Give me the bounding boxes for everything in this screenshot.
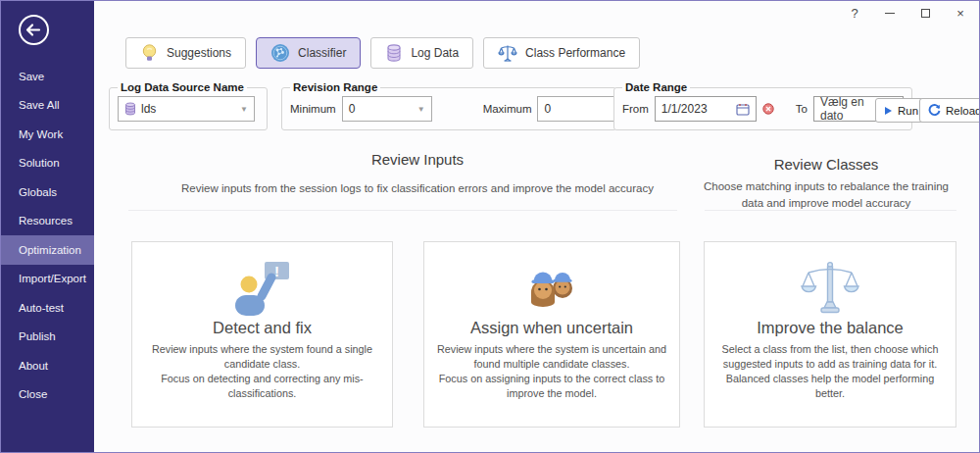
tab-label: Classifier (298, 46, 346, 60)
lightbulb-icon (140, 43, 159, 63)
review-inputs-title: Review Inputs (119, 151, 716, 168)
chevron-down-icon: ▼ (240, 105, 248, 114)
classifier-brain-icon (270, 43, 290, 63)
revision-range-group: Revision Range Minimum 0 ▼ Maximum 0 ▼ (281, 81, 636, 130)
sidebar-item-about[interactable]: About (1, 351, 94, 380)
log-data-source-select[interactable]: lds ▼ (118, 96, 255, 122)
review-classes-subtitle: Choose matching inputs to rebalance the … (695, 178, 957, 211)
from-label: From (622, 103, 649, 115)
minimum-label: Minimum (290, 103, 336, 115)
sidebar-item-close[interactable]: Close (1, 380, 94, 410)
sidebar-item-save[interactable]: Save (1, 62, 94, 91)
improve-the-balance-card[interactable]: Improve the balance Select a class from … (704, 241, 956, 428)
clear-date-icon[interactable] (762, 103, 774, 115)
assign-when-uncertain-card[interactable]: Assign when uncertain Review inputs wher… (423, 241, 680, 428)
sidebar: Save Save All My Work Solution Globals R… (1, 1, 94, 452)
minimum-input[interactable]: 0 ▼ (342, 96, 432, 122)
construction-workers-icon (424, 260, 679, 317)
date-range-group: Date Range From 1/1/2023 (613, 81, 912, 130)
card-title: Assign when uncertain (424, 319, 679, 337)
sidebar-item-import-export[interactable]: Import/Export (1, 265, 94, 294)
review-classes-section: Review Classes Choose matching inputs to… (695, 156, 957, 211)
from-date-input[interactable]: 1/1/2023 (655, 96, 757, 122)
date-range-legend: Date Range (622, 81, 690, 93)
sidebar-item-save-all[interactable]: Save All (1, 91, 94, 121)
to-date-placeholder: Vælg en dato (820, 95, 878, 123)
log-data-source-value: lds (141, 102, 156, 116)
window-controls: ? × (844, 4, 971, 22)
calendar-icon[interactable] (736, 103, 750, 116)
chevron-down-icon: ▼ (417, 105, 425, 114)
card-description: Review inputs where the system found a s… (132, 342, 392, 401)
database-icon (385, 43, 403, 63)
log-data-source-legend: Log Data Source Name (118, 81, 247, 93)
tab-log-data[interactable]: Log Data (370, 37, 473, 69)
sidebar-item-auto-test[interactable]: Auto-test (1, 293, 94, 323)
help-icon[interactable]: ? (844, 4, 865, 22)
divider (128, 210, 677, 211)
minimize-icon[interactable] (879, 4, 901, 22)
reload-label: Reload (946, 105, 980, 117)
maximum-value: 0 (544, 102, 551, 116)
card-description: Select a class from the list, then choos… (705, 342, 956, 401)
database-icon (124, 102, 136, 116)
back-arrow-icon (18, 14, 50, 46)
balance-scale-icon (705, 260, 956, 317)
reload-button[interactable]: Reload (919, 98, 980, 123)
app-window: ? × Save Save All My Work Solution Globa… (0, 0, 980, 453)
tab-classifier[interactable]: Classifier (256, 37, 361, 69)
maximize-icon[interactable] (914, 4, 936, 22)
maximum-label: Maximum (483, 103, 532, 115)
sidebar-item-optimization[interactable]: Optimization (1, 235, 94, 265)
refresh-icon (928, 104, 941, 117)
review-inputs-subtitle: Review inputs from the session logs to f… (119, 180, 716, 197)
tab-suggestions[interactable]: Suggestions (125, 37, 246, 69)
card-title: Improve the balance (705, 319, 956, 337)
sidebar-item-globals[interactable]: Globals (1, 177, 94, 207)
log-data-source-group: Log Data Source Name lds ▼ (109, 81, 268, 130)
to-label: To (796, 103, 808, 115)
play-icon (884, 106, 893, 116)
back-button[interactable] (18, 14, 50, 46)
tab-label: Log Data (411, 46, 459, 60)
card-description: Review inputs where the system is uncert… (424, 342, 679, 401)
tab-class-performance[interactable]: Class Performance (483, 37, 640, 69)
balance-scale-icon (498, 43, 517, 64)
close-icon[interactable]: × (950, 4, 971, 22)
divider (705, 210, 956, 211)
sidebar-item-resources[interactable]: Resources (1, 207, 94, 236)
sidebar-item-publish[interactable]: Publish (1, 323, 94, 352)
sidebar-item-solution[interactable]: Solution (1, 149, 94, 178)
sidebar-menu: Save Save All My Work Solution Globals R… (1, 62, 94, 409)
run-label: Run (898, 105, 918, 117)
minimum-value: 0 (349, 102, 356, 116)
card-title: Detect and fix (132, 319, 392, 337)
detect-and-fix-card[interactable]: ! Detect and fix Review inputs where the… (131, 241, 393, 428)
sidebar-item-my-work[interactable]: My Work (1, 120, 94, 149)
from-date-value: 1/1/2023 (662, 102, 708, 116)
review-inputs-section: Review Inputs Review inputs from the ses… (119, 151, 716, 197)
tab-label: Class Performance (525, 46, 625, 60)
review-classes-title: Review Classes (695, 156, 957, 173)
revision-range-legend: Revision Range (290, 81, 380, 93)
person-raising-sign-icon: ! (132, 260, 392, 317)
view-tabs: Suggestions Classifier (125, 37, 640, 69)
tab-label: Suggestions (167, 46, 231, 60)
